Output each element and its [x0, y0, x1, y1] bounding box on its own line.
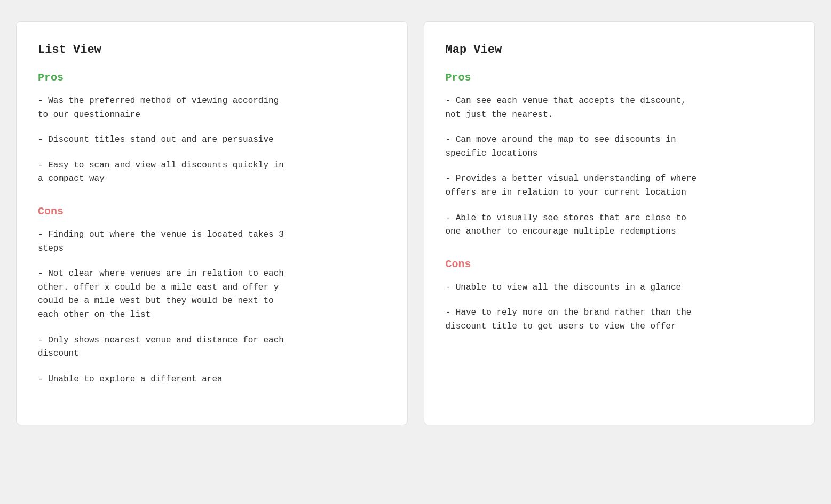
- list-view-cons-section: Cons - Finding out where the venue is lo…: [38, 205, 386, 386]
- list-view-cons-label: Cons: [38, 205, 386, 218]
- list-item: - Only shows nearest venue and distance …: [38, 334, 386, 361]
- list-item: - Was the preferred method of viewing ac…: [38, 94, 386, 122]
- list-item: - Have to rely more on the brand rather …: [446, 306, 794, 333]
- list-item: - Can move around the map to see discoun…: [446, 133, 794, 161]
- map-view-card: Map View Pros - Can see each venue that …: [424, 21, 816, 425]
- list-view-pros-label: Pros: [38, 71, 386, 84]
- list-view-title: List View: [38, 43, 386, 57]
- main-container: List View Pros - Was the preferred metho…: [16, 21, 815, 425]
- list-item: - Provides a better visual understanding…: [446, 172, 794, 199]
- map-view-cons-section: Cons - Unable to view all the discounts …: [446, 258, 794, 334]
- list-view-pros-section: Pros - Was the preferred method of viewi…: [38, 71, 386, 186]
- list-view-card: List View Pros - Was the preferred metho…: [16, 21, 408, 425]
- list-item: - Able to visually see stores that are c…: [446, 212, 794, 239]
- list-item: - Unable to explore a different area: [38, 373, 386, 387]
- list-item: - Easy to scan and view all discounts qu…: [38, 159, 386, 186]
- map-view-pros-section: Pros - Can see each venue that accepts t…: [446, 71, 794, 239]
- map-view-cons-label: Cons: [446, 258, 794, 270]
- map-view-pros-label: Pros: [446, 71, 794, 84]
- list-item: - Can see each venue that accepts the di…: [446, 94, 794, 122]
- list-item: - Not clear where venues are in relation…: [38, 267, 386, 322]
- list-item: - Unable to view all the discounts in a …: [446, 281, 794, 295]
- list-item: - Finding out where the venue is located…: [38, 228, 386, 255]
- map-view-title: Map View: [446, 43, 794, 57]
- list-item: - Discount titles stand out and are pers…: [38, 133, 386, 147]
